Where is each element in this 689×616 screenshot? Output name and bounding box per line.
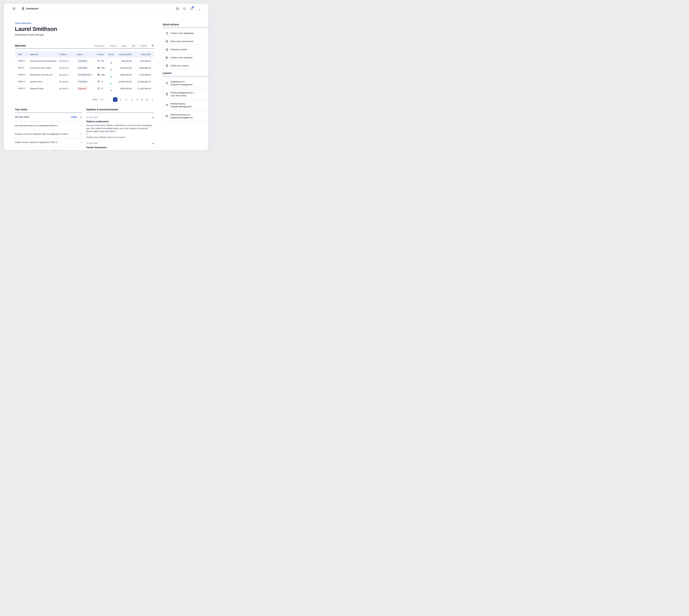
row-applicant: Stewart Group [30, 87, 59, 90]
launch-label-line: Facility Management & ▯ [170, 91, 194, 94]
table-row[interactable]: #MOU-1 Mount Blue Cow Pty Ltd 28 Jun 21 … [15, 71, 154, 78]
row-ref: #SPE-1 [18, 81, 30, 83]
table-row[interactable]: #FIV-1 FiveCircles Pty Limited 28 Jun 22… [15, 64, 154, 71]
gauge-icon [165, 48, 168, 51]
status-badge: Rejected [77, 87, 87, 90]
launch-title: Launch [163, 72, 208, 75]
greeting-text: Good afternoon, [15, 22, 57, 25]
table-row[interactable]: #RUS-1 Russell and Sims Associates 29 Ju… [15, 58, 154, 64]
owner-avatar-dot[interactable] [110, 69, 112, 71]
launch-label-line: Relationship &▯ [170, 103, 185, 105]
page-button-1[interactable]: 1 [113, 97, 117, 102]
watchlist-divider [15, 48, 154, 49]
quick-action-generate-quote[interactable]: Generate a quote [163, 46, 208, 52]
col-total[interactable]: Total (GBP) [132, 53, 151, 56]
row-ref: #STE-2 [18, 87, 30, 90]
row-created: 30 Jun 22 [59, 87, 77, 90]
task-item[interactable]: Collect invoice copies for Application #… [15, 138, 82, 147]
page-ellipsis: ••• [141, 98, 144, 101]
collapse-icon[interactable] [80, 116, 82, 118]
updates-section: Updates & announcements 27 June 2022 Pla… [86, 108, 154, 150]
launch-label-line: Origination & ▯ [170, 81, 185, 83]
new-count-badge: 8 new [70, 115, 78, 119]
col-ref[interactable]: Ref# [18, 53, 30, 56]
col-status[interactable]: Status [77, 53, 97, 56]
col-owner[interactable]: Owner [108, 53, 115, 56]
task-item[interactable]: Prepare and issue indicative offer for A… [15, 130, 82, 138]
owner-avatar-dot[interactable] [110, 76, 112, 78]
announcement-title: Pandle Integrations [86, 146, 154, 149]
owner-avatar-dot[interactable] [110, 90, 112, 91]
col-seeking[interactable]: Seeking (GBP) [115, 53, 132, 56]
owner-avatar-dot[interactable] [110, 62, 112, 64]
quick-action-create-application[interactable]: 12 Create a new application [163, 30, 208, 36]
add-icon[interactable] [176, 7, 179, 10]
quick-action-start-assessment[interactable]: Start a new assessment [163, 38, 208, 44]
launch-label-line: Portfolio Management [170, 105, 191, 108]
row-seeking: £500,000.00 [115, 87, 132, 90]
buildings-icon [165, 56, 168, 59]
watchlist-section: Watchlist Most recent Product Status Off… [15, 44, 154, 102]
task-menu-icon[interactable] [80, 133, 82, 135]
announcement-body: A new accounting integration has arrived… [86, 150, 154, 150]
launch-facility-management[interactable]: Facility Management & ▯ Loan Structuring [163, 89, 208, 99]
filter-most-recent[interactable]: Most recent [93, 44, 107, 48]
quick-actions-title: Quick actions [163, 23, 208, 26]
task-menu-icon[interactable] [80, 149, 82, 150]
close-icon[interactable] [152, 142, 154, 145]
announcement-body: ▯ [86, 133, 154, 136]
filter-icon[interactable] [151, 44, 154, 47]
quick-action-create-company[interactable]: Create a new company [163, 54, 208, 61]
next-page-icon[interactable] [151, 98, 154, 101]
avatar-status-dot[interactable] [198, 9, 200, 10]
search-icon[interactable] [183, 7, 186, 10]
status-badge: Submitted [77, 80, 89, 83]
announcement-body: Head to your settings to link your accou… [86, 136, 154, 139]
page-button-10[interactable]: 10 [145, 97, 149, 102]
documents-icon [97, 87, 100, 90]
launch-origination[interactable]: Origination & ▯ Customer Engagement [163, 78, 208, 88]
ledger-icon [21, 7, 25, 10]
tasks-section: Your tasks 30 June 2022 8 new Add releva… [15, 108, 82, 150]
watchlist-title: Watchlist [15, 44, 26, 47]
page-button-5[interactable]: 5 [135, 97, 139, 102]
launch-risk-assessment[interactable]: Risk Assessment & ▯ Collateral Managemen… [163, 111, 208, 121]
product-label: ABL [101, 73, 105, 76]
task-item[interactable]: Request re-sync of data for Application … [15, 147, 82, 150]
table-row[interactable]: #STE-2 Stewart Group 30 Jun 22 Rejected … [15, 85, 154, 92]
quick-action-check-metrics[interactable]: Check your metrics [163, 63, 208, 69]
task-group-date: 30 June 2022 [15, 116, 29, 118]
page-button-2[interactable]: 2 [119, 97, 123, 102]
task-group-header[interactable]: 30 June 2022 8 new [15, 113, 82, 122]
filter-starred[interactable]: Starred [139, 44, 149, 48]
close-icon[interactable] [152, 116, 154, 118]
page-button-4[interactable]: 4 [130, 97, 134, 102]
notifications-bell-icon[interactable] [190, 7, 193, 10]
menu-icon[interactable] [12, 7, 16, 10]
task-menu-icon[interactable] [80, 124, 82, 127]
task-menu-icon[interactable] [80, 141, 82, 144]
col-applicant[interactable]: Applicant [30, 53, 59, 56]
owner-avatar-dot[interactable] [110, 83, 112, 84]
sidebar: Quick actions 12 Create a new applicatio… [163, 23, 208, 121]
layers-icon [165, 82, 168, 85]
previous-page-icon[interactable] [108, 98, 111, 101]
launch-relationship[interactable]: Relationship &▯ Portfolio Management [163, 100, 208, 110]
col-product[interactable]: Product [97, 53, 108, 56]
col-created[interactable]: Created [59, 53, 77, 56]
task-item[interactable]: Add relevant products for Application #E… [15, 122, 82, 130]
launch-label-line: Risk Assessment & ▯ [170, 113, 191, 116]
filter-product[interactable]: Product [108, 44, 118, 48]
launch-label-line: Loan Structuring [170, 94, 186, 97]
rows-per-page-select[interactable]: 20 [99, 98, 104, 102]
row-total: £35,000.00 [132, 60, 151, 62]
table-row[interactable]: #SPE-1 Specter Tech 29 Jun 22 Submitted … [15, 78, 154, 85]
car-icon [97, 66, 100, 69]
page-button-3[interactable]: 3 [124, 97, 128, 102]
announcement-title: Platform notifications [86, 120, 154, 123]
row-created: 29 Jun 22 [59, 60, 77, 62]
row-created: 29 Jun 22 [59, 81, 77, 83]
filter-status[interactable]: Status [119, 44, 128, 48]
rows-label: Rows [93, 98, 98, 101]
filter-offer[interactable]: Offer [130, 44, 137, 48]
